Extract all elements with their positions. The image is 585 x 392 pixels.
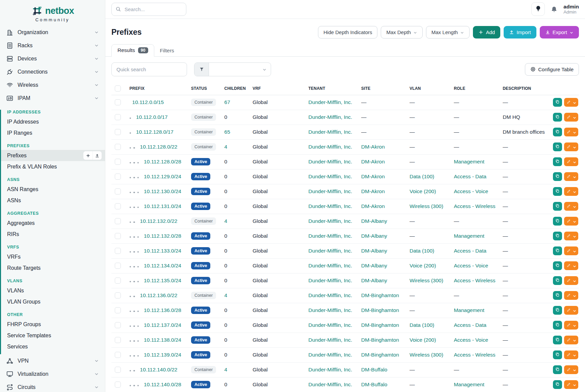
site-link[interactable]: DM-Albany — [361, 248, 387, 254]
clone-button[interactable] — [553, 98, 562, 107]
select-all-checkbox[interactable] — [115, 85, 121, 92]
row-checkbox[interactable] — [115, 233, 121, 239]
row-checkbox[interactable] — [115, 382, 121, 388]
prefix-link[interactable]: 10.112.137.0/24 — [144, 322, 181, 328]
edit-dropdown-button[interactable] — [564, 350, 578, 359]
sidebar-item-route-targets[interactable]: Route Targets — [1, 262, 105, 273]
children-count-link[interactable]: 4 — [224, 144, 228, 150]
sidebar-item-circuits[interactable]: Circuits — [0, 381, 105, 392]
vlan-link[interactable]: Voice (200) — [409, 337, 436, 343]
edit-dropdown-button[interactable] — [564, 246, 578, 255]
tenant-link[interactable]: Dunder-Mifflin, Inc. — [309, 278, 352, 283]
site-link[interactable]: DM-Binghamton — [361, 307, 399, 313]
role-link[interactable]: Access - Voice — [454, 188, 488, 194]
role-link[interactable]: Access - Wireless — [454, 352, 495, 358]
vlan-link[interactable]: Voice (200) — [409, 263, 436, 268]
edit-dropdown-button[interactable] — [564, 336, 578, 344]
clone-button[interactable] — [553, 128, 562, 136]
prefix-link[interactable]: 10.112.132.0/22 — [140, 218, 178, 224]
sidebar-item-service-templates[interactable]: Service Templates — [1, 330, 105, 341]
filter-select-dropdown[interactable] — [209, 63, 271, 76]
column-header-prefix[interactable]: PREFIX — [126, 82, 188, 95]
max-depth-dropdown[interactable]: Max Depth — [381, 26, 423, 38]
site-link[interactable]: DM-Binghamton — [361, 352, 399, 358]
site-link[interactable]: DM-Akron — [361, 188, 385, 194]
prefix-link[interactable]: 10.112.129.0/24 — [144, 174, 181, 179]
hide-depth-indicators-button[interactable]: Hide Depth Indicators — [318, 26, 377, 38]
row-checkbox[interactable] — [115, 188, 121, 194]
column-header-vrf[interactable]: VRF — [249, 82, 305, 95]
sidebar-item-wireless[interactable]: Wireless — [0, 78, 105, 92]
clone-button[interactable] — [553, 232, 562, 240]
children-count-link[interactable]: 65 — [224, 129, 230, 135]
tenant-link[interactable]: Dunder-Mifflin, Inc. — [309, 174, 352, 179]
tenant-link[interactable]: Dunder-Mifflin, Inc. — [309, 382, 352, 387]
clone-button[interactable] — [553, 157, 562, 166]
prefix-link[interactable]: 10.112.139.0/24 — [144, 352, 181, 358]
clone-button[interactable] — [553, 113, 562, 122]
tenant-link[interactable]: Dunder-Mifflin, Inc. — [309, 218, 352, 224]
row-checkbox[interactable] — [115, 322, 121, 328]
tab-results[interactable]: Results 90 — [111, 44, 154, 57]
edit-dropdown-button[interactable] — [564, 291, 578, 300]
tenant-link[interactable]: Dunder-Mifflin, Inc. — [309, 99, 352, 105]
site-link[interactable]: DM-Albany — [361, 218, 387, 224]
tenant-link[interactable]: Dunder-Mifflin, Inc. — [309, 352, 352, 358]
row-checkbox[interactable] — [115, 144, 121, 150]
prefix-link[interactable]: 10.112.133.0/24 — [144, 248, 181, 254]
sidebar-item-prefix-vlan-roles[interactable]: Prefix & VLAN Roles — [1, 161, 105, 172]
vlan-link[interactable]: Wireless (300) — [409, 203, 443, 209]
row-checkbox[interactable] — [115, 203, 121, 209]
tenant-link[interactable]: Dunder-Mifflin, Inc. — [309, 159, 352, 164]
site-link[interactable]: DM-Albany — [361, 263, 387, 268]
children-count-link[interactable]: 67 — [224, 99, 230, 105]
clone-button[interactable] — [553, 172, 562, 181]
tenant-link[interactable]: Dunder-Mifflin, Inc. — [309, 322, 352, 328]
sidebar-item-devices[interactable]: Devices — [0, 52, 105, 65]
row-checkbox[interactable] — [115, 114, 121, 120]
clone-button[interactable] — [553, 306, 562, 315]
tenant-link[interactable]: Dunder-Mifflin, Inc. — [309, 233, 352, 239]
prefix-link[interactable]: 10.112.140.0/22 — [140, 367, 178, 372]
tenant-link[interactable]: Dunder-Mifflin, Inc. — [309, 144, 352, 150]
column-header-children[interactable]: CHILDREN — [221, 82, 249, 95]
clone-button[interactable] — [553, 142, 562, 151]
site-link[interactable]: DM-Akron — [361, 203, 385, 209]
row-checkbox[interactable] — [115, 337, 121, 343]
edit-dropdown-button[interactable] — [564, 202, 578, 211]
sidebar-item-asn-ranges[interactable]: ASN Ranges — [1, 184, 105, 195]
import-prefix-quick-button[interactable] — [92, 151, 102, 160]
row-checkbox[interactable] — [115, 129, 121, 135]
clone-button[interactable] — [553, 202, 562, 211]
sidebar-item-racks[interactable]: Racks — [0, 39, 105, 52]
brand-logo[interactable]: netbox Community — [0, 0, 105, 26]
clone-button[interactable] — [553, 336, 562, 344]
edit-dropdown-button[interactable] — [564, 380, 578, 389]
column-header-description[interactable]: DESCRIPTION — [499, 82, 549, 95]
prefix-link[interactable]: 10.112.136.0/22 — [140, 292, 178, 298]
row-checkbox[interactable] — [115, 263, 121, 269]
sidebar-item-ip-addresses[interactable]: IP Addresses — [1, 116, 105, 127]
site-link[interactable]: DM-Albany — [361, 233, 387, 239]
site-link[interactable]: DM-Albany — [361, 278, 387, 283]
column-header-tenant[interactable]: TENANT — [305, 82, 358, 95]
clone-button[interactable] — [553, 246, 562, 255]
role-link[interactable]: Management — [454, 159, 484, 164]
tenant-link[interactable]: Dunder-Mifflin, Inc. — [309, 367, 352, 372]
user-menu[interactable]: admin Admin — [563, 4, 579, 15]
add-button[interactable]: Add — [473, 26, 500, 38]
column-header-role[interactable]: ROLE — [450, 82, 499, 95]
sidebar-item-ipam[interactable]: IPAM — [0, 92, 105, 105]
site-link[interactable]: DM-Binghamton — [361, 337, 399, 343]
vlan-link[interactable]: Wireless (300) — [409, 352, 443, 358]
edit-dropdown-button[interactable] — [564, 365, 578, 374]
clone-button[interactable] — [553, 321, 562, 330]
clone-button[interactable] — [553, 261, 562, 270]
sidebar-item-virtualization[interactable]: Virtualization — [0, 367, 105, 381]
edit-dropdown-button[interactable] — [564, 157, 578, 166]
row-checkbox[interactable] — [115, 99, 121, 105]
edit-dropdown-button[interactable] — [564, 321, 578, 330]
edit-dropdown-button[interactable] — [564, 172, 578, 181]
column-header-status[interactable]: STATUS — [188, 82, 221, 95]
tenant-link[interactable]: Dunder-Mifflin, Inc. — [309, 292, 352, 298]
